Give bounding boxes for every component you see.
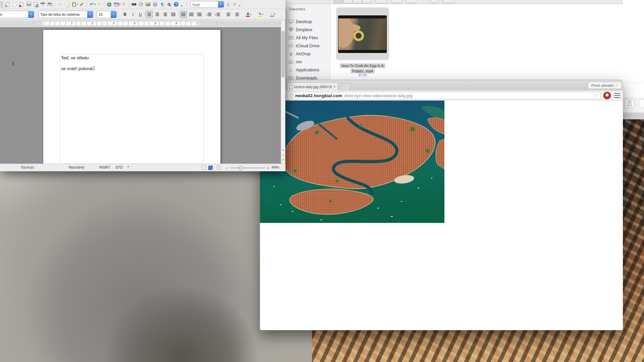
align-right-button[interactable] — [162, 11, 169, 18]
sidebar-item-applications[interactable]: A Applications — [288, 66, 329, 73]
auto-spellcheck-button[interactable]: ABC — [46, 1, 53, 8]
align-center-button[interactable] — [154, 11, 161, 18]
bold-button[interactable]: B — [121, 11, 128, 18]
align-justify-button[interactable] — [170, 11, 177, 18]
style-dropdown-icon[interactable]: ▾ — [28, 11, 34, 18]
ruler-left-margin[interactable] — [34, 21, 43, 25]
document-text-line[interactable]: Teď, ve středu — [61, 55, 89, 60]
sidebar-item-desktop[interactable]: Desktop — [288, 18, 329, 25]
sidebar-item-all-my-files[interactable]: All My Files — [288, 34, 329, 41]
adblock-extension-icon[interactable] — [603, 92, 611, 99]
formatting-marks-button[interactable]: ¶ — [159, 1, 166, 8]
venice-aerial-image[interactable] — [260, 101, 444, 223]
coverflow-view-button[interactable] — [362, 0, 371, 3]
align-left-button[interactable] — [146, 11, 153, 18]
ruler-right-margin[interactable] — [198, 21, 217, 25]
document-canvas[interactable]: Teď, ve středu se snaží putovat I — [0, 27, 281, 164]
next-page-icon[interactable]: ▼ — [282, 159, 284, 161]
print-button[interactable] — [25, 1, 32, 8]
book-view-icon[interactable] — [217, 166, 220, 170]
quicklook-button[interactable] — [430, 0, 439, 3]
undo-button[interactable]: ↶ — [88, 1, 95, 8]
horizontal-ruler[interactable]: 1 2 3 4 5 6 7 — [0, 20, 281, 27]
find-replace-button[interactable] — [130, 1, 138, 8]
menu-icon[interactable] — [614, 93, 620, 98]
profile-button[interactable]: První uživatel ⚠ — [588, 82, 622, 89]
redo-button[interactable]: ↷ — [96, 1, 103, 8]
browser-window[interactable]: venice-italy.jpg (600×399) × První uživa… — [260, 80, 623, 330]
file-name-line2-wrap[interactable]: Potato...mp4 — [329, 68, 396, 74]
find-previous-button[interactable]: ⇧ — [232, 2, 236, 7]
find-next-button[interactable]: ⇩ — [226, 2, 230, 7]
single-page-view-icon[interactable] — [202, 166, 205, 170]
find-toolbar-overflow-icon[interactable]: ▾ — [239, 4, 240, 7]
font-color-dropdown-icon[interactable]: ▾ — [250, 13, 251, 16]
find-toolbar-combo[interactable]: ▾ — [191, 1, 224, 8]
insert-table-button[interactable] — [113, 1, 120, 8]
zoom-button[interactable] — [166, 1, 173, 8]
insert-mode-status[interactable]: INSRT — [99, 165, 110, 169]
sidebar-item-home[interactable]: nm — [288, 58, 329, 65]
partial-toolbar-button[interactable] — [639, 99, 644, 108]
highlight-color-button[interactable]: ✎ ▾ — [256, 11, 266, 18]
gallery-button[interactable] — [145, 1, 152, 8]
copy-button[interactable] — [63, 1, 70, 8]
size-dropdown-icon[interactable]: ▾ — [111, 11, 116, 18]
spellcheck-button[interactable]: ABC✓ — [39, 1, 46, 8]
toolbar-overflow-icon[interactable]: ▾ — [181, 4, 182, 7]
url-bar[interactable]: media02.hongkiat.com /bird-eye-view-citi… — [287, 92, 600, 99]
language-status[interactable]: Neznámý — [69, 165, 84, 169]
sidebar-item-airdrop[interactable]: AirDrop — [288, 50, 329, 57]
background-color-button[interactable]: ⬚ ▾ — [268, 11, 278, 18]
font-color-button[interactable]: A ▾ — [244, 11, 254, 18]
line-spacing-15-button[interactable] — [188, 11, 195, 18]
cut-button[interactable]: ✂ — [56, 1, 63, 8]
highlight-dropdown-icon[interactable]: ▾ — [262, 13, 263, 16]
sidebar-item-dropbox[interactable]: Dropbox — [288, 26, 329, 33]
decrease-indent-button[interactable] — [233, 11, 240, 18]
clone-formatting-button[interactable] — [78, 1, 85, 8]
writer-scrollbar[interactable]: ▲ ● ▼ — [281, 20, 285, 164]
document-text-line[interactable]: se snaží putovat — [61, 66, 94, 71]
share-button[interactable] — [625, 99, 635, 108]
data-sources-button[interactable] — [152, 1, 159, 8]
edit-file-button[interactable] — [11, 1, 18, 8]
export-pdf-button[interactable] — [18, 1, 25, 8]
selection-mode-status[interactable]: STD — [115, 165, 123, 169]
zoom-slider[interactable] — [230, 168, 265, 168]
multi-page-view-icon[interactable] — [209, 166, 213, 170]
column-view-button[interactable] — [353, 0, 362, 3]
unordered-list-button[interactable] — [215, 11, 222, 18]
icon-view-button[interactable] — [334, 0, 343, 3]
line-spacing-2-button[interactable] — [196, 11, 203, 18]
list-view-button[interactable] — [343, 0, 353, 3]
zoom-slider-thumb[interactable] — [239, 166, 242, 170]
zoom-in-icon[interactable]: + — [267, 166, 269, 170]
find-input[interactable] — [191, 2, 217, 8]
action-button[interactable] — [391, 0, 402, 3]
navigate-by-icon[interactable]: ● — [283, 154, 284, 156]
paragraph-style-combo[interactable]: ozí ▾ — [0, 11, 34, 18]
tab-close-icon[interactable]: × — [333, 84, 336, 89]
line-spacing-1-button[interactable] — [180, 11, 187, 18]
page-style-status[interactable]: Výchozí — [21, 165, 34, 169]
font-name-combo[interactable]: Tipo de letra do sistema ▾ — [38, 11, 93, 18]
arrange-button[interactable] — [375, 0, 387, 3]
previous-page-icon[interactable]: ▲ — [282, 149, 284, 151]
bookmark-star-icon[interactable]: ☆ — [594, 93, 598, 98]
italic-button[interactable]: I — [129, 11, 137, 18]
scroll-navigation-buttons[interactable]: ▲ ● ▼ — [281, 147, 285, 163]
zoom-out-icon[interactable]: − — [225, 166, 227, 170]
share-button[interactable] — [406, 0, 416, 3]
navigator-button[interactable] — [138, 1, 145, 8]
scrollbar-thumb[interactable] — [281, 31, 285, 78]
underline-button[interactable]: U — [137, 11, 144, 18]
browser-tab[interactable]: venice-italy.jpg (600×399) × — [287, 82, 338, 91]
find-dropdown-icon[interactable]: ▾ — [218, 1, 224, 7]
video-thumbnail[interactable] — [338, 16, 386, 53]
increase-indent-button[interactable] — [225, 11, 232, 18]
document-page[interactable]: Teď, ve středu se snaží putovat — [43, 29, 221, 164]
font-size-combo[interactable]: 15 ▾ — [97, 11, 117, 18]
new-tab-button[interactable] — [339, 83, 353, 90]
paste-button[interactable] — [70, 1, 77, 8]
